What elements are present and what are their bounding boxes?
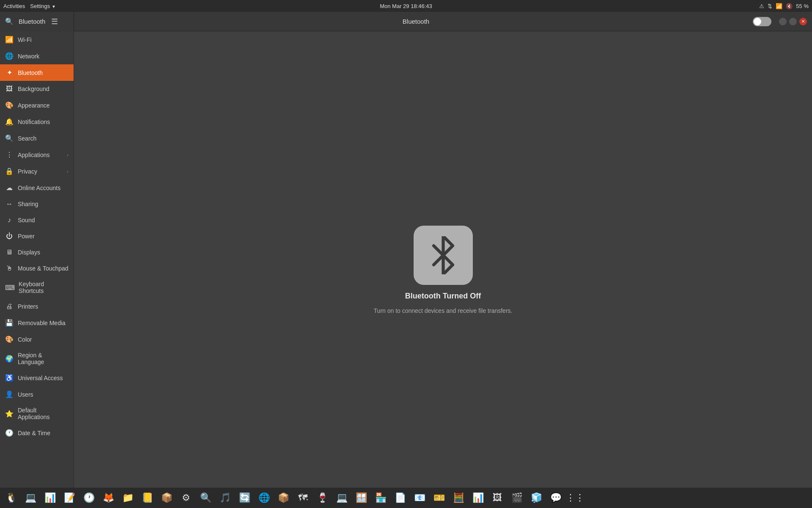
taskbar-icon-ticket[interactable]: 🎫 [430,489,448,507]
taskbar-icon-windows[interactable]: 🪟 [352,489,370,507]
bluetooth-off-title: Bluetooth Turned Off [405,292,481,301]
network-icon: 🌐 [5,52,14,60]
default-applications-icon: ⭐ [5,410,14,418]
sidebar-label-removable-media: Removable Media [18,320,66,326]
taskbar-icon-grid[interactable]: ⋮⋮ [566,489,584,507]
universal-access-icon: ♿ [5,374,14,382]
bluetooth-icon-box [414,226,473,285]
taskbar-icon-timeshift[interactable]: 🕐 [80,489,98,507]
sidebar-item-region-language[interactable]: 🌍Region & Language [0,348,74,370]
close-button[interactable]: ✕ [799,18,807,25]
sidebar-item-privacy[interactable]: 🔒Privacy› [0,163,74,179]
taskbar-icon-ubuntu[interactable]: 🐧 [2,489,20,507]
volume-icon: 🔇 [786,3,793,9]
sidebar-label-notifications: Notifications [18,119,50,125]
taskbar-icon-notes[interactable]: 📒 [138,489,156,507]
settings-menu-button[interactable]: Settings ▼ [30,3,56,9]
sidebar-item-printers[interactable]: 🖨Printers [0,298,74,315]
search-icon: 🔍 [5,134,14,142]
activities-button[interactable]: Activities [3,3,25,9]
sidebar-label-search: Search [18,135,36,142]
sidebar-item-power[interactable]: ⏻Power [0,228,74,244]
sidebar-item-bluetooth[interactable]: ✦Bluetooth [0,64,74,81]
sidebar-item-universal-access[interactable]: ♿Universal Access [0,370,74,386]
sidebar-label-printers: Printers [18,303,38,310]
warning-icon: ⚠ [759,3,764,9]
sidebar-item-background[interactable]: 🖼Background [0,81,74,97]
sidebar-item-mouse-touchpad[interactable]: 🖱Mouse & Touchpad [0,260,74,276]
sidebar-item-default-applications[interactable]: ⭐Default Applications [0,403,74,425]
sidebar-item-date-time[interactable]: 🕐Date & Time [0,425,74,441]
notifications-icon: 🔔 [5,118,14,126]
sidebar-item-color[interactable]: 🎨Color [0,331,74,348]
sidebar-label-sharing: Sharing [18,201,38,207]
taskbar-icon-calc[interactable]: 🧮 [449,489,468,507]
sidebar-item-removable-media[interactable]: 💾Removable Media [0,315,74,331]
sidebar-item-sound[interactable]: ♪Sound [0,212,74,228]
taskbar-icon-manager[interactable]: 📦 [157,489,176,507]
taskbar-icon-wine[interactable]: 🍷 [313,489,332,507]
taskbar-icon-blender[interactable]: 🎬 [508,489,526,507]
online-accounts-icon: ☁ [5,184,14,192]
topbar-right: ⚠ ⇅ 📶 🔇 55 % [759,3,809,9]
sidebar-label-users: Users [18,391,33,398]
maximize-button[interactable]: □ [789,18,797,25]
search-button[interactable]: 🔍 [3,16,15,28]
taskbar-icon-chat[interactable]: 💬 [546,489,565,507]
sidebar-item-online-accounts[interactable]: ☁Online Accounts [0,179,74,196]
taskbar-icon-sheets[interactable]: 📊 [469,489,487,507]
sidebar-label-sound: Sound [18,217,35,224]
taskbar-icon-store[interactable]: 🏪 [371,489,390,507]
sidebar-item-sharing[interactable]: ↔Sharing [0,196,74,212]
battery-indicator[interactable]: 55 % [796,3,809,9]
sidebar-label-universal-access: Universal Access [18,375,63,381]
taskbar-icon-text[interactable]: 📄 [391,489,409,507]
bluetooth-toggle[interactable] [753,17,771,26]
taskbar-icon-virt[interactable]: 💻 [332,489,351,507]
background-icon: 🖼 [5,85,14,93]
taskbar-icon-activity[interactable]: 📊 [41,489,59,507]
minimize-button[interactable]: ─ [779,18,787,25]
sidebar-item-appearance[interactable]: 🎨Appearance [0,97,74,113]
topbar-datetime: Mon Mar 29 18:46:43 [380,3,432,9]
bluetooth-icon: ✦ [5,69,14,77]
sidebar-label-power: Power [18,233,35,240]
taskbar-icon-3d[interactable]: 🧊 [527,489,546,507]
header-main-section: Bluetooth ─ □ ✕ [74,17,812,26]
settings-label: Bluetooth [19,18,45,25]
taskbar-icon-settings2[interactable]: ⚙ [177,489,195,507]
sidebar-item-users[interactable]: 👤Users [0,386,74,403]
privacy-icon: 🔒 [5,167,14,175]
sidebar-item-search[interactable]: 🔍Search [0,130,74,146]
sidebar-item-applications[interactable]: ⋮Applications› [0,146,74,163]
taskbar-icon-magnifier[interactable]: 🔍 [196,489,215,507]
taskbar-icon-maps[interactable]: 🗺 [294,489,312,507]
sidebar-label-applications: Applications [18,152,50,158]
taskbar-icon-firefox[interactable]: 🦊 [99,489,118,507]
bluetooth-off-description: Turn on to connect devices and receive f… [374,307,513,314]
taskbar-icon-terminal[interactable]: 💻 [21,489,40,507]
taskbar-icon-mail[interactable]: 📧 [410,489,429,507]
taskbar-icon-cube[interactable]: 📦 [274,489,293,507]
sidebar-item-notifications[interactable]: 🔔Notifications [0,113,74,130]
hamburger-button[interactable]: ☰ [49,16,60,28]
topbar: Activities Settings ▼ Mon Mar 29 18:46:4… [0,0,812,12]
sidebar-label-date-time: Date & Time [18,430,50,436]
sidebar-label-displays: Displays [18,249,40,256]
keyboard-shortcuts-icon: ⌨ [5,284,14,292]
header-bar: 🔍 Bluetooth ☰ Bluetooth ─ □ ✕ [0,12,812,31]
taskbar-icon-updater[interactable]: 🔄 [235,489,254,507]
sidebar-item-wifi[interactable]: 📶Wi-Fi [0,31,74,48]
appearance-icon: 🎨 [5,101,14,109]
taskbar-icon-gimp[interactable]: 🖼 [488,489,507,507]
taskbar-icon-editor[interactable]: 📝 [60,489,79,507]
sidebar: 📶Wi-Fi🌐Network✦Bluetooth🖼Background🎨Appe… [0,31,74,508]
taskbar-icon-media[interactable]: 🎵 [216,489,234,507]
taskbar-icon-browser2[interactable]: 🌐 [255,489,273,507]
sidebar-item-displays[interactable]: 🖥Displays [0,244,74,260]
users-icon: 👤 [5,390,14,398]
taskbar-icon-files[interactable]: 📁 [118,489,137,507]
sidebar-item-keyboard-shortcuts[interactable]: ⌨Keyboard Shortcuts [0,276,74,298]
sidebar-item-network[interactable]: 🌐Network [0,48,74,64]
header-sidebar-section: 🔍 Bluetooth ☰ [0,12,74,31]
